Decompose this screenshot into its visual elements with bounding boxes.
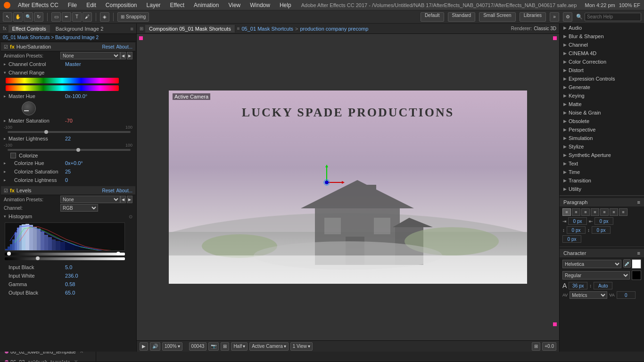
levels-channel-select[interactable]: RGB <box>60 204 98 212</box>
input-black-thumb[interactable] <box>7 252 11 255</box>
workspace-libraries[interactable]: Libraries <box>520 12 546 22</box>
effect-cat-channel[interactable]: ▶Channel <box>560 41 644 49</box>
effect-cat-transition[interactable]: ▶Transition <box>560 176 644 185</box>
tool-puppet[interactable]: ◈ <box>100 12 109 22</box>
align-right-btn[interactable]: ≡ <box>581 208 590 216</box>
tool-hand[interactable]: ✋ <box>13 12 23 22</box>
workspace-default[interactable]: Default <box>421 12 444 22</box>
align-justify-left-btn[interactable]: ≡ <box>591 208 599 216</box>
gamma-value[interactable]: 0.58 <box>65 281 75 287</box>
master-light-value[interactable]: 22 <box>65 136 71 141</box>
vp-views-select[interactable]: 1 View ▾ <box>290 342 313 351</box>
vp-zoom-select[interactable]: 100% ▾ <box>162 342 182 351</box>
levels-about[interactable]: About... <box>116 188 132 193</box>
levels-checkbox[interactable]: ☑ <box>4 188 8 193</box>
vp-extra-1[interactable]: ⊞ <box>532 342 540 351</box>
tool-brush[interactable]: 🖌 <box>83 12 92 22</box>
effect-cat-matte[interactable]: ▶Matte <box>560 100 644 108</box>
input-white-value[interactable]: 236.0 <box>65 273 78 279</box>
output-thumb[interactable] <box>36 256 40 260</box>
workspace-small-screen[interactable]: Small Screen <box>479 12 515 22</box>
effect-cat-blur-and-sharpen[interactable]: ▶Blur & Sharpen <box>560 32 644 41</box>
tool-text[interactable]: T <box>72 12 82 22</box>
effect-cat-time[interactable]: ▶Time <box>560 168 644 176</box>
composition-tab[interactable]: Composition 05_01 Mask Shortcuts <box>145 25 235 33</box>
effect-cat-expression-controls[interactable]: ▶Expression Controls <box>560 74 644 83</box>
breadcrumb-comp[interactable]: 05_01 Mask Shortcuts <box>242 26 293 32</box>
effect-cat-color-correction[interactable]: ▶Color Correction <box>560 58 644 66</box>
master-sat-value[interactable]: -70 <box>65 118 73 123</box>
tool-rotate[interactable]: ↻ <box>34 12 43 22</box>
colorize-hue-value[interactable]: 0x+0.0° <box>65 160 83 166</box>
master-light-slider[interactable] <box>1 148 135 152</box>
leading-input[interactable] <box>594 282 612 289</box>
menu-animation[interactable]: Animation <box>192 2 221 8</box>
paragraph-menu-icon[interactable]: ≡ <box>637 199 640 205</box>
workspace-settings[interactable]: ⚙ <box>563 12 572 22</box>
levels-anim-prev-btn[interactable]: ◀ <box>120 196 126 203</box>
menu-composition[interactable]: Composition <box>104 2 139 8</box>
levels-anim-preset-select[interactable]: None <box>60 196 120 203</box>
align-center-btn[interactable]: ≡ <box>572 208 580 216</box>
workspace-overflow[interactable]: » <box>550 12 559 22</box>
snapping-button[interactable]: ⊞ Snapping <box>117 12 149 22</box>
align-justify-center-btn[interactable]: ≡ <box>600 208 609 216</box>
output-black-value[interactable]: 65.0 <box>65 290 75 296</box>
vp-play-btn[interactable]: ▶ <box>140 342 148 351</box>
effect-cat-cinema-4d[interactable]: ▶CINEMA 4D <box>560 49 644 58</box>
tool-select[interactable]: ↖ <box>3 12 12 22</box>
vp-grid-btn[interactable]: ⊞ <box>221 342 229 351</box>
font-color-swatch[interactable] <box>632 259 641 269</box>
comp-tab-close-3[interactable]: ✕ <box>80 352 83 354</box>
panel-menu-icon[interactable]: ≡ <box>131 26 133 32</box>
levels-reset[interactable]: Reset <box>102 188 114 193</box>
font-bg-color-swatch[interactable] <box>632 271 641 280</box>
input-white-thumb[interactable] <box>116 252 120 255</box>
effect-cat-generate[interactable]: ▶Generate <box>560 83 644 91</box>
font-select[interactable]: Helvetica <box>562 260 621 268</box>
master-sat-slider[interactable] <box>1 130 135 134</box>
tool-pen[interactable]: ✒ <box>62 12 71 22</box>
metrics-select[interactable]: Metrics <box>570 291 607 299</box>
viewport[interactable]: LUCKY SPADE PRODUCTIONS Active Camera <box>137 34 559 340</box>
hue-sat-reset[interactable]: Reset <box>102 44 114 49</box>
align-justify-right-btn[interactable]: ≡ <box>610 208 618 216</box>
workspace-standard[interactable]: Standard <box>448 12 476 22</box>
colorize-sat-value[interactable]: 25 <box>65 169 71 174</box>
effect-cat-perspective[interactable]: ▶Perspective <box>560 125 644 134</box>
tool-zoom[interactable]: 🔍 <box>24 12 33 22</box>
comp-tab-4[interactable]: 06_03_goldrush_template✕ <box>0 357 96 362</box>
effect-cat-obsolete[interactable]: ▶Obsolete <box>560 117 644 125</box>
comp-menu-icon[interactable]: ≡ <box>237 26 240 31</box>
tool-rect[interactable]: ▭ <box>51 12 61 22</box>
menu-layer[interactable]: Layer <box>145 2 163 8</box>
tab-effect-controls[interactable]: Effect Controls <box>8 25 50 33</box>
breadcrumb-scene[interactable]: production company precomp <box>300 26 368 32</box>
effect-cat-utility[interactable]: ▶Utility <box>560 185 644 193</box>
menu-file[interactable]: File <box>66 2 79 8</box>
menu-view[interactable]: View <box>226 2 242 8</box>
effect-cat-simulation[interactable]: ▶Simulation <box>560 134 644 142</box>
align-justify-all-btn[interactable]: ≡ <box>619 208 627 216</box>
effect-cat-noise-and-grain[interactable]: ▶Noise & Grain <box>560 108 644 117</box>
align-left-btn[interactable]: ≡ <box>562 208 571 216</box>
hue-sat-about[interactable]: About... <box>116 44 132 49</box>
hue-sat-anim-preset-select[interactable]: None <box>60 52 120 59</box>
colorize-light-value[interactable]: 0 <box>65 177 68 183</box>
font-style-select[interactable]: Regular <box>562 271 630 280</box>
hue-sat-checkbox[interactable]: ☑ <box>4 44 8 49</box>
tab-project[interactable]: Background Image 2 <box>52 25 107 33</box>
space-before-input[interactable] <box>567 226 586 234</box>
menu-effect[interactable]: Effect <box>168 2 186 8</box>
font-eyedropper[interactable]: 💉 <box>623 259 631 268</box>
effect-cat-text[interactable]: ▶Text <box>560 159 644 168</box>
vp-audio-btn[interactable]: 🔊 <box>150 342 160 351</box>
comp-tab-3[interactable]: 06_02_lower_third_template✕ <box>0 352 96 357</box>
tracking-input[interactable] <box>617 291 636 299</box>
menu-help[interactable]: Help <box>278 2 293 8</box>
effect-cat-synthetic-aperture[interactable]: ▶Synthetic Aperture <box>560 151 644 159</box>
anim-next-btn[interactable]: ▶ <box>127 52 132 59</box>
menu-window[interactable]: Window <box>248 2 272 8</box>
master-hue-value[interactable]: 0x-100.0° <box>65 93 87 99</box>
menu-edit[interactable]: Edit <box>84 2 98 8</box>
